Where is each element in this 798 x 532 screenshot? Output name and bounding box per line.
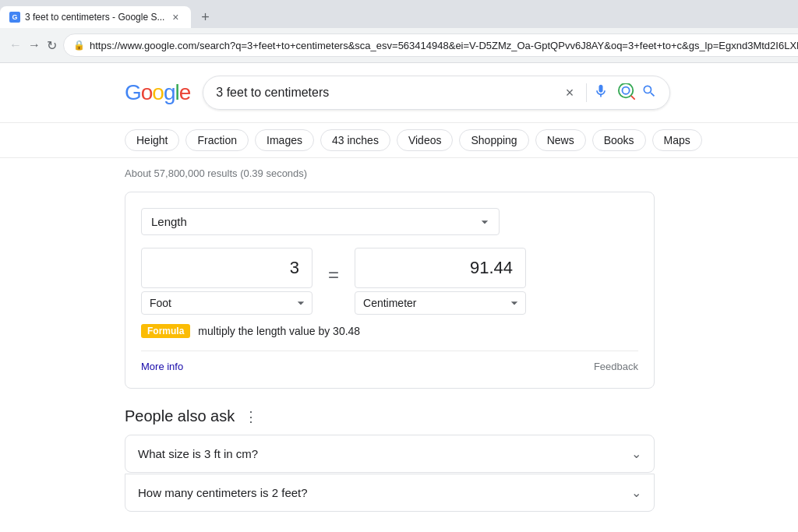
filter-chip-fraction[interactable]: Fraction (185, 129, 249, 151)
address-bar[interactable]: 🔒 https://www.google.com/search?q=3+feet… (63, 33, 798, 57)
formula-badge: Formula (141, 324, 190, 338)
filter-chip-shopping[interactable]: Shopping (459, 129, 528, 151)
lens-search-icon[interactable] (618, 83, 635, 103)
reload-button[interactable]: ↻ (47, 34, 57, 56)
back-button[interactable]: ← (9, 34, 22, 56)
converter-input-to[interactable] (355, 248, 526, 288)
voice-search-icon[interactable] (593, 83, 609, 103)
search-submit-icon[interactable] (641, 83, 657, 103)
logo-e: e (179, 80, 191, 104)
paa-question-2[interactable]: How many centimeters is 2 feet? ⌄ (125, 474, 654, 511)
more-info-link[interactable]: More info (141, 361, 183, 372)
tab-close-button[interactable]: × (169, 11, 182, 23)
filter-chip-videos[interactable]: Videos (397, 129, 454, 151)
logo-o1: o (141, 80, 153, 104)
paa-item-1[interactable]: What size is 3 ft in cm? ⌄ (125, 435, 655, 473)
formula-row: Formula multiply the length value by 30.… (141, 324, 638, 338)
paa-title: People also ask (125, 407, 235, 425)
filter-bar: Height Fraction Images 43 inches Videos … (0, 123, 798, 158)
tab-title: 3 feet to centimeters - Google S... (25, 12, 164, 23)
search-divider (586, 83, 587, 102)
input-group-from: Foot Meter Inch Centimeter Kilometer Mil… (141, 248, 312, 315)
tab-favicon: G (9, 12, 20, 23)
paa-header: People also ask ⋮ (125, 407, 655, 425)
tab-bar: G 3 feet to centimeters - Google S... × … (0, 0, 798, 28)
search-clear-button[interactable]: × (566, 85, 574, 101)
page-content: Google × (0, 63, 798, 532)
equals-sign: = (325, 264, 342, 286)
paa-question-1[interactable]: What size is 3 ft in cm? ⌄ (125, 435, 654, 472)
filter-chip-height[interactable]: Height (125, 129, 179, 151)
formula-text: multiply the length value by 30.48 (198, 325, 360, 337)
converter-select-to[interactable]: Centimeter Meter Inch Foot Kilometer Mil… (355, 291, 526, 315)
search-bar: × (203, 76, 670, 110)
browser-chrome: G 3 feet to centimeters - Google S... × … (0, 0, 798, 63)
input-group-to: Centimeter Meter Inch Foot Kilometer Mil… (355, 248, 526, 315)
paa-section: People also ask ⋮ What size is 3 ft in c… (125, 407, 655, 512)
filter-chip-maps[interactable]: Maps (652, 129, 702, 151)
filter-chip-43inches[interactable]: 43 inches (320, 129, 390, 151)
url-text: https://www.google.com/search?q=3+feet+t… (90, 40, 798, 51)
svg-point-1 (623, 86, 630, 93)
results-area: About 57,800,000 results (0.39 seconds) … (0, 158, 798, 522)
lock-icon: 🔒 (73, 40, 85, 51)
results-count: About 57,800,000 results (0.39 seconds) (125, 167, 673, 179)
logo-g2: g (164, 80, 175, 104)
paa-chevron-1: ⌄ (631, 446, 641, 461)
converter-type-select[interactable]: Length Weight Temperature Area Volume (141, 208, 500, 235)
forward-button[interactable]: → (28, 34, 41, 56)
browser-toolbar: ← → ↻ 🔒 https://www.google.com/search?q=… (0, 28, 798, 62)
paa-chevron-2: ⌄ (631, 485, 641, 500)
feedback-link[interactable]: Feedback (594, 361, 638, 372)
widget-footer: More info Feedback (141, 351, 638, 372)
google-logo[interactable]: Google (125, 80, 190, 105)
filter-chip-images[interactable]: Images (255, 129, 314, 151)
logo-g1: G (125, 80, 141, 104)
paa-item-2[interactable]: How many centimeters is 2 feet? ⌄ (125, 474, 655, 512)
converter-widget: Length Weight Temperature Area Volume Fo… (125, 192, 655, 389)
google-header: Google × (0, 63, 798, 123)
paa-question-text-1: What size is 3 ft in cm? (138, 447, 258, 460)
active-tab[interactable]: G 3 feet to centimeters - Google S... × (0, 6, 191, 28)
converter-row: Foot Meter Inch Centimeter Kilometer Mil… (141, 248, 638, 315)
logo-o2: o (152, 80, 164, 104)
converter-select-from[interactable]: Foot Meter Inch Centimeter Kilometer Mil… (141, 291, 312, 315)
search-input[interactable] (216, 86, 565, 100)
paa-question-text-2: How many centimeters is 2 feet? (138, 486, 308, 499)
converter-input-from[interactable] (141, 248, 312, 288)
paa-menu-icon[interactable]: ⋮ (244, 408, 258, 425)
search-bar-wrapper: × (203, 76, 670, 110)
filter-chip-books[interactable]: Books (592, 129, 646, 151)
filter-chip-news[interactable]: News (535, 129, 586, 151)
new-tab-button[interactable]: + (194, 6, 216, 28)
